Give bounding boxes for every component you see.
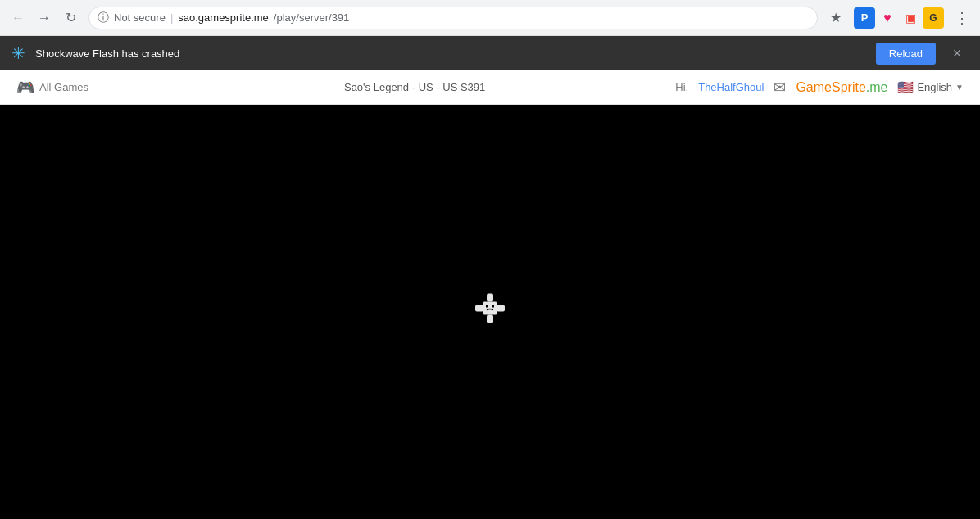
svg-rect-2 [475, 305, 483, 312]
logo-me-text: .me [866, 80, 888, 94]
crash-bar: ✳ Shockwave Flash has crashed Reload × [0, 36, 980, 70]
security-icon: ⓘ [98, 11, 109, 25]
reload-flash-button[interactable]: Reload [876, 43, 936, 65]
mail-icon[interactable]: ✉ [774, 79, 786, 97]
svg-rect-0 [487, 294, 493, 302]
svg-rect-4 [483, 302, 497, 315]
address-bar[interactable]: ⓘ Not secure | sao.gamesprite.me /play/s… [88, 7, 818, 29]
toolbar-icons: ★ [824, 7, 847, 29]
ext-icon-1[interactable]: P [854, 7, 875, 29]
browser-toolbar: ← → ↻ ⓘ Not secure | sao.gamesprite.me /… [0, 0, 980, 36]
username-text[interactable]: TheHalfGhoul [698, 81, 764, 93]
svg-rect-5 [486, 305, 488, 308]
ext-icon-3[interactable]: ▣ [900, 7, 921, 29]
forward-button[interactable]: → [33, 7, 56, 29]
nav-buttons: ← → ↻ [7, 7, 82, 29]
reload-button[interactable]: ↻ [59, 7, 82, 29]
flag-icon: 🇺🇸 [897, 79, 914, 95]
all-games-link[interactable]: 🎮 All Games [16, 79, 105, 97]
crash-message: Shockwave Flash has crashed [35, 47, 866, 60]
logo-sprite-text: Sprite [832, 80, 866, 94]
url-separator: | [170, 11, 173, 24]
greeting-text: Hi, [675, 81, 688, 93]
close-crash-bar-button[interactable]: × [946, 42, 969, 65]
extension-icons: P ♥ ▣ G [854, 7, 944, 29]
back-button[interactable]: ← [7, 7, 29, 29]
main-content [0, 105, 980, 519]
svg-rect-3 [497, 305, 505, 312]
ext-icon-4[interactable]: G [923, 7, 944, 29]
flash-crashed-icon [470, 288, 510, 336]
bookmark-button[interactable]: ★ [824, 7, 847, 29]
logo-game-text: Game [796, 80, 832, 94]
not-secure-text: Not secure [114, 11, 166, 24]
header-right: Hi, TheHalfGhoul ✉ GameSprite.me 🇺🇸 Engl… [675, 79, 964, 97]
ext-icon-2[interactable]: ♥ [877, 7, 898, 29]
language-dropdown-arrow: ▼ [955, 83, 964, 92]
shockwave-icon: ✳ [11, 43, 25, 63]
breadcrumb: Sao's Legend - US - US S391 [105, 81, 675, 93]
language-label: English [917, 81, 952, 93]
chrome-menu-button[interactable]: ⋮ [951, 7, 973, 29]
url-path: /play/server/391 [274, 11, 350, 24]
site-logo: GameSprite.me [796, 80, 887, 95]
gamepad-icon: 🎮 [16, 79, 34, 97]
language-selector[interactable]: 🇺🇸 English ▼ [897, 79, 964, 95]
all-games-label: All Games [39, 81, 88, 93]
svg-rect-6 [492, 305, 494, 308]
site-header: 🎮 All Games Sao's Legend - US - US S391 … [0, 70, 980, 105]
url-domain: sao.gamesprite.me [178, 11, 269, 24]
svg-rect-1 [487, 315, 493, 323]
